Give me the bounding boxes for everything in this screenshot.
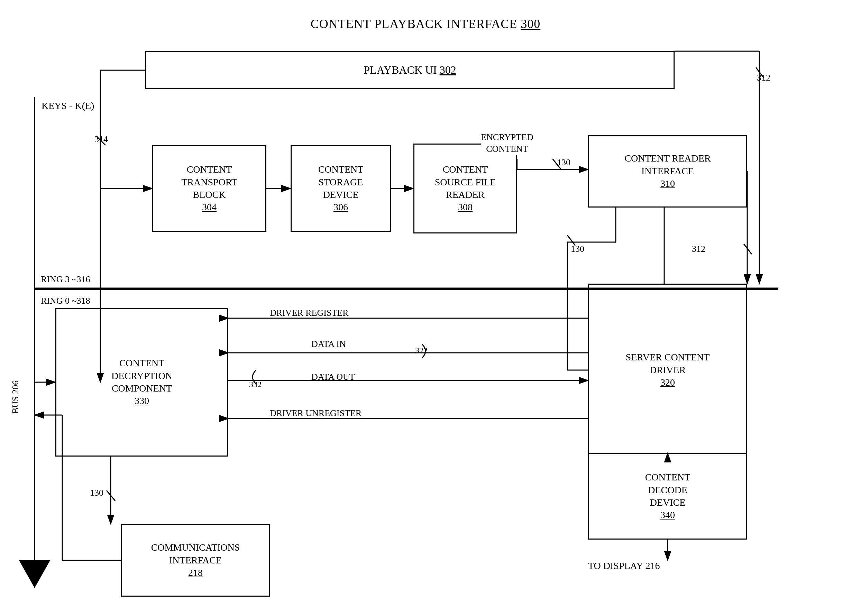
svg-marker-28 [19, 560, 50, 588]
label-314: 314 [95, 134, 108, 144]
label-130-2: 130 [571, 244, 584, 254]
label-driver-unregister: DRIVER UNREGISTER [270, 408, 361, 419]
label-332: 332 [249, 380, 262, 389]
content-reader-label: CONTENT READERINTERFACE310 [624, 152, 711, 190]
title-text: CONTENT PLAYBACK INTERFACE [311, 17, 517, 31]
label-to-display: TO DISPLAY 216 [588, 560, 660, 571]
label-ring3: RING 3 ~316 [41, 274, 90, 285]
content-decryption-label: CONTENTDECRYPTIONCOMPONENT330 [111, 357, 172, 407]
box-content-source: CONTENTSOURCE FILEREADER308 [413, 144, 517, 233]
label-312-2: 312 [692, 244, 705, 254]
server-content-label: SERVER CONTENTDRIVER320 [626, 351, 710, 389]
label-bus: BUS 206 [11, 380, 21, 414]
page-title: CONTENT PLAYBACK INTERFACE 300 [311, 17, 540, 31]
label-322: 322 [415, 346, 428, 355]
diagram-container: CONTENT PLAYBACK INTERFACE 300 PLAYBACK … [0, 0, 851, 616]
label-driver-register: DRIVER REGISTER [270, 308, 349, 318]
label-ring0: RING 0 ~318 [41, 296, 90, 306]
svg-line-10 [744, 244, 752, 254]
box-content-storage: CONTENTSTORAGEDEVICE306 [290, 145, 391, 232]
label-130-3: 130 [90, 488, 104, 498]
playback-ui-label: PLAYBACK UI 302 [364, 63, 456, 78]
box-playback-ui: PLAYBACK UI 302 [145, 51, 675, 89]
content-transport-label: CONTENTTRANSPORTBLOCK304 [181, 163, 237, 214]
box-communications: COMMUNICATIONSINTERFACE218 [121, 524, 270, 596]
box-content-reader: CONTENT READERINTERFACE310 [588, 135, 747, 207]
box-server-content: SERVER CONTENTDRIVER320 [588, 284, 747, 457]
label-312-1: 312 [757, 73, 770, 83]
content-storage-label: CONTENTSTORAGEDEVICE306 [318, 163, 364, 214]
content-source-label: CONTENTSOURCE FILEREADER308 [435, 163, 496, 214]
title-number: 300 [521, 17, 540, 31]
box-content-decryption: CONTENTDECRYPTIONCOMPONENT330 [56, 308, 228, 457]
content-decode-label: CONTENTDECODEDEVICE340 [645, 471, 690, 521]
svg-line-35 [107, 490, 115, 501]
label-encrypted: ENCRYPTEDCONTENT [481, 131, 534, 155]
label-keys: KEYS - K(E) [42, 100, 94, 111]
communications-label: COMMUNICATIONSINTERFACE218 [151, 541, 240, 579]
box-content-decode: CONTENTDECODEDEVICE340 [588, 453, 747, 539]
label-data-in: DATA IN [311, 339, 346, 349]
label-data-out: DATA OUT [311, 372, 355, 382]
label-130-1: 130 [557, 157, 570, 168]
box-content-transport: CONTENTTRANSPORTBLOCK304 [152, 145, 266, 232]
